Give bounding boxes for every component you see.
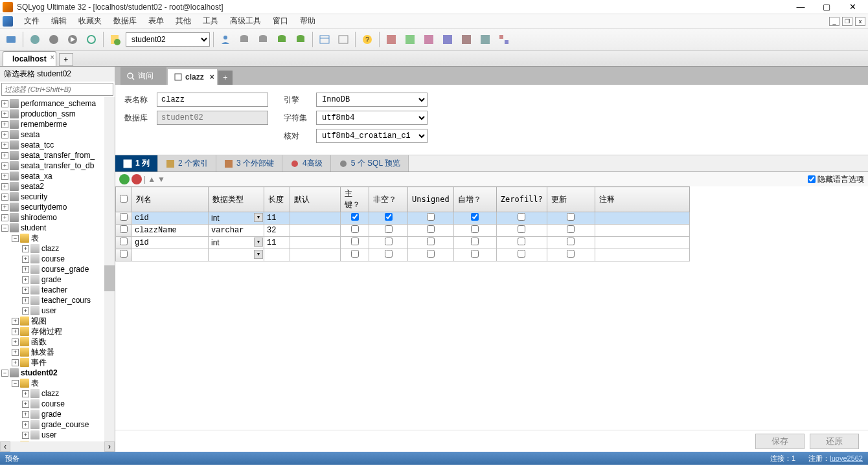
table-icon[interactable] <box>316 31 333 48</box>
nn-checkbox[interactable] <box>385 225 393 233</box>
expand-icon[interactable]: + <box>22 432 29 439</box>
table-edit-icon[interactable] <box>335 31 352 48</box>
select-all-checkbox[interactable] <box>120 195 128 203</box>
database-selector[interactable]: student02 <box>126 32 210 47</box>
maximize-button[interactable]: ▢ <box>814 1 839 14</box>
expand-icon[interactable]: + <box>22 307 29 315</box>
user-icon[interactable] <box>217 31 234 48</box>
zf-checkbox[interactable] <box>518 238 525 245</box>
column-row-empty[interactable]: ▾ <box>116 249 690 261</box>
menu-window[interactable]: 窗口 <box>267 14 294 28</box>
header-nn[interactable]: 非空？ <box>369 187 408 212</box>
sql-format-icon[interactable] <box>107 31 124 48</box>
header-ai[interactable]: 自增？ <box>453 187 496 212</box>
export-data2-icon[interactable] <box>402 31 418 48</box>
col-len-cell[interactable]: 11 <box>264 212 290 225</box>
pk-checkbox[interactable] <box>351 238 359 245</box>
dropdown-icon[interactable]: ▾ <box>254 250 263 259</box>
col-len-cell[interactable]: 11 <box>264 237 290 249</box>
subtab-advanced[interactable]: 4高级 <box>282 155 331 172</box>
row-checkbox[interactable] <box>120 250 128 258</box>
col-name-cell[interactable]: clazzName <box>132 225 209 237</box>
row-checkbox[interactable] <box>120 213 128 221</box>
nn-checkbox[interactable] <box>385 238 393 245</box>
tab-clazz[interactable]: clazz × <box>168 69 217 85</box>
expand-icon[interactable]: + <box>1 142 8 149</box>
add-tab-button[interactable]: + <box>218 71 233 85</box>
menu-help[interactable]: 帮助 <box>294 14 321 28</box>
header-len[interactable]: 长度 <box>264 187 290 212</box>
upd-checkbox[interactable] <box>567 238 575 245</box>
column-row[interactable]: gid int▾ 11 <box>116 237 690 249</box>
col-type-cell[interactable]: varchar <box>209 225 264 237</box>
col-len-cell[interactable]: 32 <box>264 225 290 237</box>
menu-edit[interactable]: 编辑 <box>45 14 73 28</box>
header-unsigned[interactable]: Unsigned <box>408 187 454 212</box>
run-query-icon[interactable] <box>45 31 62 48</box>
expand-icon[interactable]: + <box>22 256 29 263</box>
collapse-icon[interactable]: − <box>12 380 19 387</box>
add-row-icon[interactable] <box>119 174 130 184</box>
tab-query[interactable]: 询问 <box>120 67 166 85</box>
minimize-button[interactable]: — <box>788 1 814 14</box>
zf-checkbox[interactable] <box>518 213 525 221</box>
dropdown-icon[interactable]: ▾ <box>254 238 263 247</box>
run-all-icon[interactable] <box>64 31 81 48</box>
row-checkbox[interactable] <box>120 238 128 245</box>
db-import-icon[interactable] <box>255 31 271 48</box>
close-tab-icon[interactable]: × <box>210 72 214 82</box>
nn-checkbox[interactable] <box>385 213 393 221</box>
backup1-icon[interactable] <box>439 31 456 48</box>
col-type-cell[interactable]: int▾ <box>209 212 264 225</box>
ai-checkbox[interactable] <box>471 250 479 258</box>
menu-other[interactable]: 其他 <box>170 14 197 28</box>
menu-database[interactable]: 数据库 <box>108 14 143 28</box>
expand-icon[interactable]: + <box>1 183 8 190</box>
hide-lang-checkbox[interactable]: 隐藏语言选项 <box>808 174 864 185</box>
revert-button[interactable]: 还原 <box>810 434 859 449</box>
col-default-cell[interactable] <box>290 225 341 237</box>
backup2-icon[interactable] <box>458 31 475 48</box>
export-data1-icon[interactable] <box>383 31 400 48</box>
menu-file[interactable]: 文件 <box>18 14 45 28</box>
expand-icon[interactable]: + <box>22 390 29 397</box>
menu-tools[interactable]: 工具 <box>197 14 224 28</box>
db-sync2-icon[interactable] <box>292 31 309 48</box>
new-query-icon[interactable] <box>27 31 43 48</box>
pk-checkbox[interactable] <box>351 225 359 233</box>
column-row[interactable]: clazzName varchar 32 <box>116 225 690 237</box>
expand-icon[interactable]: + <box>1 152 8 159</box>
table-name-input[interactable] <box>157 93 268 107</box>
col-default-cell[interactable] <box>290 237 341 249</box>
subtab-columns[interactable]: 1 列 <box>115 155 158 172</box>
db-export-icon[interactable] <box>236 31 253 48</box>
unsigned-checkbox[interactable] <box>427 238 435 245</box>
mdi-minimize[interactable]: _ <box>829 17 839 26</box>
database-tree[interactable]: +performance_schema +production_ssm +rem… <box>0 97 115 441</box>
upd-checkbox[interactable] <box>567 250 575 258</box>
expand-icon[interactable]: + <box>1 100 8 107</box>
col-comment-cell[interactable] <box>595 237 689 249</box>
col-default-cell[interactable] <box>290 212 341 225</box>
expand-icon[interactable]: + <box>1 204 8 211</box>
expand-icon[interactable]: + <box>22 421 29 428</box>
expand-icon[interactable]: + <box>22 266 29 273</box>
filter-input[interactable] <box>1 83 113 96</box>
mdi-close[interactable]: x <box>855 17 865 26</box>
unsigned-checkbox[interactable] <box>427 250 435 258</box>
db-sync1-icon[interactable] <box>273 31 290 48</box>
sched-icon[interactable] <box>477 31 494 48</box>
remove-row-icon[interactable] <box>131 174 142 184</box>
nn-checkbox[interactable] <box>385 250 393 258</box>
expand-icon[interactable]: + <box>1 214 8 221</box>
refresh-icon[interactable] <box>83 31 100 48</box>
mdi-restore[interactable]: ❐ <box>842 17 852 26</box>
collapse-icon[interactable]: − <box>1 370 8 377</box>
menu-favorites[interactable]: 收藏夹 <box>73 14 108 28</box>
expand-icon[interactable]: + <box>12 338 19 346</box>
pk-checkbox[interactable] <box>351 213 359 221</box>
col-comment-cell[interactable] <box>595 212 689 225</box>
expand-icon[interactable]: + <box>1 173 8 180</box>
subtab-indexes[interactable]: 2 个索引 <box>158 155 216 172</box>
col-type-cell[interactable]: int▾ <box>209 237 264 249</box>
